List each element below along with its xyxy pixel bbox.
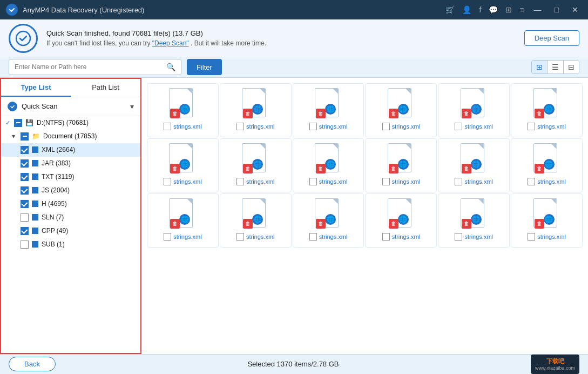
filter-button[interactable]: Filter <box>187 59 222 75</box>
tree-item-drive[interactable]: ✓ 💾 D:(NTFS) (70681) <box>1 116 140 130</box>
file-card[interactable]: 🗑 strings.xml <box>220 138 292 192</box>
chat-icon[interactable]: 💬 <box>489 5 498 14</box>
app-logo-icon <box>5 3 18 16</box>
drive-checkbox[interactable] <box>14 119 22 127</box>
file-card[interactable]: 🗑 strings.xml <box>511 193 583 248</box>
file-card[interactable]: 🗑 strings.xml <box>365 193 437 248</box>
file-card[interactable]: 🗑 strings.xml <box>438 83 510 137</box>
tree-item-js[interactable]: JS (2004) <box>1 184 140 197</box>
tree-item-cpp[interactable]: CPP (49) <box>1 224 140 238</box>
card-checkbox[interactable] <box>164 233 171 241</box>
watermark: 下载吧 www.xiazaiba.com <box>531 355 579 374</box>
file-thumbnail: 🗑 <box>169 88 196 119</box>
cart-icon[interactable]: 🛒 <box>445 5 455 14</box>
file-name: strings.xml <box>537 123 566 130</box>
close-button[interactable]: ✕ <box>567 4 583 15</box>
h-checkbox[interactable] <box>21 200 29 208</box>
card-checkbox[interactable] <box>455 233 462 241</box>
xml-checkbox[interactable] <box>21 146 29 154</box>
card-checkbox[interactable] <box>382 123 390 130</box>
file-type-globe-icon <box>324 103 337 116</box>
view-list-button[interactable]: ☰ <box>548 61 564 74</box>
card-checkbox[interactable] <box>236 233 244 241</box>
file-card[interactable]: 🗑 strings.xml <box>365 138 437 192</box>
deep-scan-button[interactable]: Deep Scan <box>524 30 579 46</box>
card-checkbox[interactable] <box>455 178 462 185</box>
card-checkbox[interactable] <box>455 123 462 130</box>
file-card[interactable]: 🗑 strings.xml <box>438 193 510 248</box>
js-checkbox[interactable] <box>21 186 29 195</box>
file-card[interactable]: 🗑 strings.xml <box>220 193 292 248</box>
tree-item-h[interactable]: H (4695) <box>1 197 140 211</box>
subtitle-prefix: If you can't find lost files, you can tr… <box>46 39 152 47</box>
tree-item-xml[interactable]: XML (2664) <box>1 143 140 157</box>
file-card[interactable]: 🗑 strings.xml <box>293 193 364 248</box>
file-name: strings.xml <box>246 178 275 185</box>
expand-icon: ✓ <box>5 119 14 126</box>
file-name: strings.xml <box>464 233 493 240</box>
file-thumbnail: 🗑 <box>242 198 269 230</box>
file-card[interactable]: 🗑 strings.xml <box>438 138 510 192</box>
tree-item-jar[interactable]: JAR (383) <box>1 157 140 170</box>
view-split-button[interactable]: ⊟ <box>564 61 579 74</box>
cpp-checkbox[interactable] <box>21 227 29 235</box>
file-card[interactable]: 🗑 strings.xml <box>511 83 583 137</box>
card-checkbox[interactable] <box>528 178 535 185</box>
user-icon[interactable]: 👤 <box>462 5 471 14</box>
deep-scan-link[interactable]: "Deep Scan" <box>152 39 189 47</box>
card-checkbox[interactable] <box>382 233 390 241</box>
sln-checkbox[interactable] <box>21 213 29 222</box>
file-card[interactable]: 🗑 strings.xml <box>147 193 219 248</box>
facebook-icon[interactable]: f <box>479 5 481 14</box>
txt-checkbox[interactable] <box>21 173 29 181</box>
card-footer: strings.xml <box>382 123 421 130</box>
back-button[interactable]: Back <box>9 357 56 371</box>
file-card[interactable]: 🗑 strings.xml <box>365 83 437 137</box>
menu-icon[interactable]: ≡ <box>519 5 524 14</box>
tree-item-sln[interactable]: SLN (7) <box>1 211 140 224</box>
tab-type-list[interactable]: Type List <box>1 79 71 97</box>
document-checkbox[interactable] <box>21 132 29 141</box>
file-type-globe-icon <box>470 103 483 116</box>
tree-item-document[interactable]: ▾ 📁 Document (17853) <box>1 130 140 143</box>
file-card[interactable]: 🗑 strings.xml <box>511 138 583 192</box>
card-footer: strings.xml <box>164 123 202 130</box>
search-input[interactable] <box>15 63 166 71</box>
delete-icon: 🗑 <box>462 109 471 118</box>
card-checkbox[interactable] <box>382 178 390 185</box>
card-checkbox[interactable] <box>236 123 244 130</box>
chevron-down-icon[interactable]: ▾ <box>130 102 134 111</box>
tab-path-list[interactable]: Path List <box>71 79 140 97</box>
file-name: strings.xml <box>246 233 275 240</box>
file-card[interactable]: 🗑 strings.xml <box>293 138 364 192</box>
card-checkbox[interactable] <box>164 123 171 130</box>
minimize-button[interactable]: — <box>530 4 546 15</box>
txt-label: TXT (3119) <box>42 173 74 181</box>
card-checkbox[interactable] <box>236 178 244 185</box>
card-checkbox[interactable] <box>309 233 317 241</box>
scan-complete-icon <box>9 24 38 53</box>
card-checkbox[interactable] <box>309 123 317 130</box>
card-checkbox[interactable] <box>309 178 317 185</box>
titlebar: AnyMP4 Data Recovery (Unregistered) 🛒 👤 … <box>0 0 588 19</box>
card-checkbox[interactable] <box>528 233 535 241</box>
sub-checkbox[interactable] <box>21 241 29 249</box>
delete-icon: 🗑 <box>389 219 398 229</box>
card-checkbox[interactable] <box>528 123 535 130</box>
card-footer: strings.xml <box>236 233 275 241</box>
maximize-button[interactable]: □ <box>550 4 563 15</box>
file-card[interactable]: 🗑 strings.xml <box>147 83 219 137</box>
delete-icon: 🗑 <box>170 219 180 229</box>
search-box[interactable]: 🔍 <box>9 59 181 75</box>
tree-item-sub[interactable]: SUB (1) <box>1 238 140 251</box>
window-icon[interactable]: ⊞ <box>505 5 512 14</box>
file-card[interactable]: 🗑 strings.xml <box>147 138 219 192</box>
view-grid-button[interactable]: ⊞ <box>532 61 548 74</box>
file-card[interactable]: 🗑 strings.xml <box>220 83 292 137</box>
file-card[interactable]: 🗑 strings.xml <box>293 83 364 137</box>
file-name: strings.xml <box>464 123 493 130</box>
file-type-globe-icon <box>543 213 556 226</box>
jar-checkbox[interactable] <box>21 159 29 168</box>
card-checkbox[interactable] <box>164 178 171 185</box>
tree-item-txt[interactable]: TXT (3119) <box>1 170 140 184</box>
